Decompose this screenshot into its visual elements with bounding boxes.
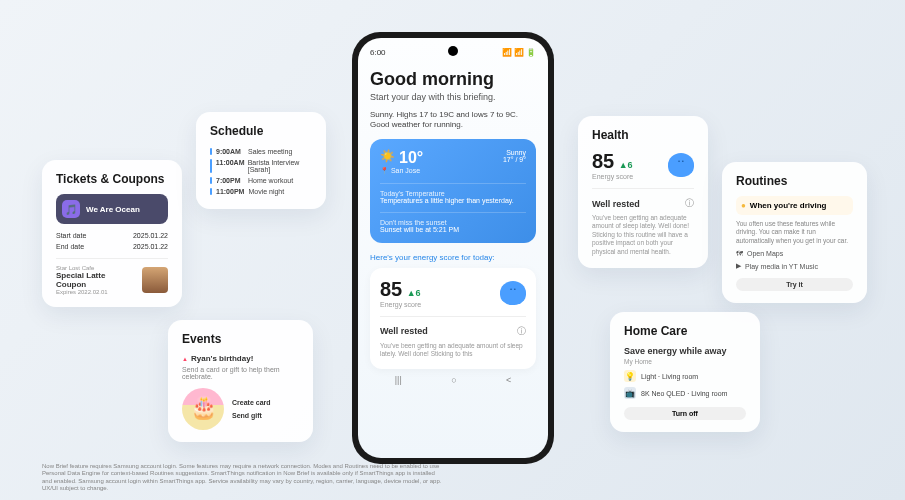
homecare-card[interactable]: Home Care Save energy while away My Home… [610,312,760,432]
routine-item-maps: 🗺Open Maps [736,250,853,257]
routines-title: Routines [736,174,853,188]
weather-summary: Sunny. Highs 17 to 19C and lows 7 to 9C.… [370,110,536,131]
health-well-rested: Well rested [592,199,640,209]
well-rested-label: Well rested [380,326,428,336]
home-button[interactable]: ○ [451,375,456,385]
disclaimer: Now Brief feature requires Samsung accou… [42,463,442,492]
ticket-icon: 🎵 [62,200,80,218]
events-title: Events [182,332,299,346]
coupon-name: Special Latte Coupon [56,271,136,289]
back-button[interactable]: < [506,375,511,385]
play-icon: ▶ [736,262,741,270]
tickets-card[interactable]: Tickets & Coupons 🎵 We Are Ocean Start d… [42,160,182,307]
energy-intro: Here's your energy score for today: [370,253,536,262]
routine-desc: You often use these features while drivi… [736,220,853,245]
today-temp-label: Today's Temperature [380,190,526,197]
energy-widget[interactable]: 85 ▲6 Energy score Well rested ⓘ You've … [370,268,536,369]
try-it-button[interactable]: Try it [736,278,853,291]
health-desc: You've been getting an adequate amount o… [592,214,694,256]
sun-icon: ☀️ [380,149,395,163]
energy-score: 85 [380,278,402,300]
condition: Sunny [503,149,526,156]
tv-icon: 📺 [624,387,636,399]
schedule-item[interactable]: 9:00AMSales meeting [210,146,312,157]
event-headline: Ryan's birthday! [182,354,299,363]
blob-icon [500,281,526,305]
end-date-label: End date [56,243,84,250]
routine-head: When you're driving [736,196,853,215]
status-icons: 📶 📶 🔋 [502,48,536,57]
camera-notch [448,46,458,56]
cake-icon [182,388,224,430]
events-card[interactable]: Events Ryan's birthday! Send a card or g… [168,320,313,442]
schedule-item[interactable]: 11:00AMBarista Interview [Sarah] [210,157,312,175]
greeting-sub: Start your day with this briefing. [370,92,536,102]
energy-desc: You've been getting an adequate amount o… [380,342,526,359]
health-change: ▲6 [619,160,633,170]
ticket-name: We Are Ocean [86,205,140,214]
homecare-title: Home Care [624,324,746,338]
health-sub: Energy score [592,173,633,180]
routines-card[interactable]: Routines When you're driving You often u… [722,162,867,303]
start-date-label: Start date [56,232,86,239]
phone-frame: 6:00 📶 📶 🔋 Good morning Start your day w… [352,32,554,464]
weather-widget[interactable]: ☀️10° 📍 San Jose Sunny 17° / 9° Today's … [370,139,536,243]
device-light: 💡Light · Living room [624,370,746,382]
routine-item-music: ▶Play media in YT Music [736,262,853,270]
start-date-value: 2025.01.22 [133,232,168,239]
schedule-card[interactable]: Schedule 9:00AMSales meeting11:00AMBaris… [196,112,326,209]
maps-icon: 🗺 [736,250,743,257]
clock: 6:00 [370,48,386,57]
sunset-label: Don't miss the sunset [380,219,526,226]
health-title: Health [592,128,694,142]
phone-screen[interactable]: 6:00 📶 📶 🔋 Good morning Start your day w… [358,38,548,458]
sunset-text: Sunset will be at 5:21 PM [380,226,526,233]
coupon-item[interactable]: Star Lost Cafe Special Latte Coupon Expi… [56,258,168,295]
blob-icon [668,153,694,177]
homecare-sub: My Home [624,358,746,365]
temperature: 10° [399,149,423,167]
nav-bar: ||| ○ < [370,375,536,385]
coupon-expiry: Expires 2022.02.01 [56,289,136,295]
bulb-icon: 💡 [624,370,636,382]
schedule-item[interactable]: 11:00PMMovie night [210,186,312,197]
energy-sub: Energy score [380,301,421,308]
health-score: 85 [592,150,614,172]
today-temp-text: Temperatures a little higher than yester… [380,197,526,204]
end-date-value: 2025.01.22 [133,243,168,250]
turn-off-button[interactable]: Turn off [624,407,746,420]
recent-button[interactable]: ||| [395,375,402,385]
energy-change: ▲6 [407,288,421,298]
device-tv: 📺8K Neo QLED · Living room [624,387,746,399]
homecare-headline: Save energy while away [624,346,746,356]
schedule-list: 9:00AMSales meeting11:00AMBarista Interv… [210,146,312,197]
schedule-item[interactable]: 7:00PMHome workout [210,175,312,186]
ticket-item[interactable]: 🎵 We Are Ocean [56,194,168,224]
temp-range: 17° / 9° [503,156,526,163]
coupon-image [142,267,168,293]
info-icon[interactable]: ⓘ [517,325,526,338]
info-icon[interactable]: ⓘ [685,197,694,210]
send-gift-button[interactable]: Send gift [232,412,271,419]
schedule-title: Schedule [210,124,312,138]
greeting: Good morning [370,69,536,90]
health-card[interactable]: Health 85 ▲6 Energy score Well rested ⓘ … [578,116,708,268]
event-sub: Send a card or gift to help them celebra… [182,366,299,380]
tickets-title: Tickets & Coupons [56,172,168,186]
location: 📍 San Jose [380,167,423,175]
create-card-button[interactable]: Create card [232,399,271,406]
